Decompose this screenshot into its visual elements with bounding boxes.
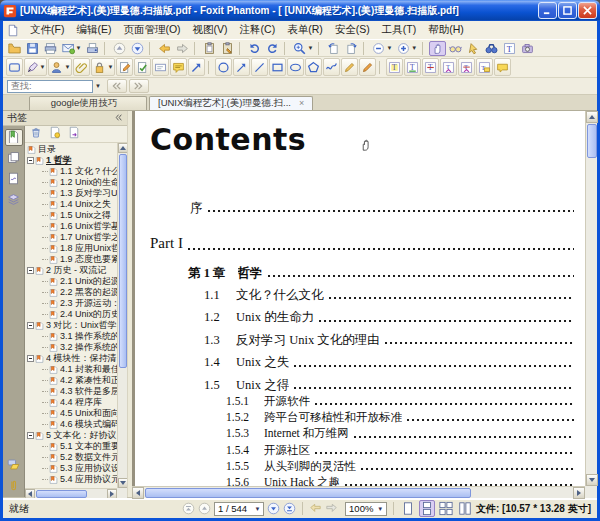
toolbar-button[interactable]: ▼ [84, 41, 101, 56]
toolbar-button[interactable]: ▼ [24, 41, 41, 56]
scrollbar-thumb[interactable] [119, 154, 127, 368]
menu-item[interactable]: 页面管理(O) [117, 22, 186, 36]
page-number-box[interactable]: 1 / 544▼ [214, 502, 264, 516]
toolbar-button[interactable]: ▼ [201, 41, 218, 56]
toolbar-button[interactable]: ▼ [287, 58, 304, 76]
toolbar-button[interactable]: ▼ [305, 58, 322, 76]
toolbar-button[interactable]: ▼ [323, 58, 340, 76]
toolbar-button[interactable]: T▼ [386, 58, 403, 76]
zoom-level-box[interactable]: 100%▼ [345, 502, 387, 516]
toolbar-button[interactable]: ▼ [519, 41, 536, 56]
toolbar-button[interactable]: ▼ [174, 41, 191, 56]
dropdown-arrow-icon[interactable]: ▼ [307, 45, 313, 51]
panel-button[interactable] [5, 150, 23, 167]
document-horizontal-scrollbar[interactable] [132, 486, 585, 498]
dropdown-arrow-icon[interactable]: ▼ [386, 45, 392, 51]
bookmark-item[interactable]: 2.4 Unix的历史 [42, 309, 117, 320]
pdf-page[interactable]: Contents 序Part I第 1 章哲学1.1文化？什么文化1.2Unix… [135, 111, 585, 486]
document-menu-icon[interactable] [7, 24, 20, 37]
toolbar-button[interactable]: ▼ [395, 41, 419, 56]
toolbar-button[interactable]: T▼ [501, 41, 518, 56]
toolbar-button[interactable]: ▼ [73, 58, 90, 76]
toolbar-button[interactable]: ▼ [42, 41, 59, 56]
menu-item[interactable]: 安全(S) [329, 22, 376, 36]
bookmark-item[interactable]: 1.1 文化？什么 [42, 166, 117, 177]
bookmark-item[interactable]: 2.1 Unix的起源 [42, 276, 117, 287]
bookmark-vertical-scrollbar[interactable] [117, 143, 127, 488]
toolbar-button[interactable]: ▼ [447, 41, 464, 56]
toolbar-button[interactable]: ▼ [341, 58, 358, 76]
delete-bookmark-icon[interactable] [30, 125, 42, 143]
menu-item[interactable]: 文件(F) [24, 22, 70, 36]
collapse-icon[interactable] [27, 267, 34, 274]
bookmark-horizontal-scrollbar[interactable] [25, 488, 117, 498]
goto-bookmark-icon[interactable] [68, 125, 80, 143]
bookmark-item[interactable]: 1.2 Unix的生命 [42, 177, 117, 188]
last-page-button[interactable] [283, 502, 296, 515]
toolbar-button[interactable]: ▼ [429, 41, 446, 56]
toolbar-button[interactable]: ▼ [60, 41, 84, 56]
scroll-left-icon[interactable] [25, 489, 35, 499]
scroll-down-icon[interactable] [118, 478, 128, 488]
bookmark-item[interactable]: 4.5 Unix和面向 [42, 408, 117, 419]
toolbar-button[interactable]: ▼ [6, 41, 23, 56]
first-page-button[interactable] [182, 502, 195, 515]
dropdown-arrow-icon[interactable]: ▼ [411, 45, 417, 51]
scroll-up-icon[interactable] [118, 143, 128, 153]
bookmark-item[interactable]: 目录 [27, 144, 117, 155]
bookmark-item[interactable]: 5 文本化：好协议 [27, 430, 117, 441]
toolbar-button[interactable]: ▼ [325, 41, 342, 56]
bookmark-item[interactable]: 1.8 应用Unix哲 [42, 243, 117, 254]
toolbar-button[interactable]: ▼ [152, 58, 169, 76]
panel-button[interactable] [5, 171, 23, 188]
view-back-button[interactable] [309, 502, 322, 515]
bookmark-item[interactable]: 1.4 Unix之失 [42, 199, 117, 210]
bookmark-item[interactable]: 4.1 封装和最佳 [42, 364, 117, 375]
find-previous-button[interactable] [107, 79, 127, 93]
pin-icon[interactable] [114, 113, 123, 124]
dropdown-arrow-icon[interactable]: ▼ [254, 506, 260, 512]
toolbar-button[interactable]: ▼ [264, 41, 281, 56]
minimize-button[interactable] [538, 2, 557, 19]
find-input[interactable] [7, 80, 93, 93]
scrollbar-thumb[interactable] [145, 488, 471, 498]
bookmark-item[interactable]: 1.3 反对学习U [42, 188, 117, 199]
toolbar-button[interactable]: T▼ [422, 58, 439, 76]
bookmark-item[interactable]: 1.9 态度也要紧 [42, 254, 117, 265]
menu-item[interactable]: 编辑(E) [70, 22, 117, 36]
bookmark-item[interactable]: 1.5 Unix之得 [42, 210, 117, 221]
toolbar-button[interactable]: ▼ [291, 41, 315, 56]
toolbar-button[interactable]: T▼ [440, 58, 457, 76]
bookmark-item[interactable]: 1.6 Unix哲学基 [42, 221, 117, 232]
toolbar-button[interactable]: ▼ [219, 41, 236, 56]
bookmark-item[interactable]: 2 历史 - 双流记 [27, 265, 117, 276]
collapse-icon[interactable] [27, 355, 34, 362]
scroll-up-icon[interactable] [586, 111, 598, 123]
document-tab[interactable]: google使用技巧 [29, 96, 147, 110]
scroll-right-icon[interactable] [107, 489, 117, 499]
bookmark-item[interactable]: 3.1 操作系统的 [42, 331, 117, 342]
new-bookmark-icon[interactable] [49, 125, 61, 143]
panel-button[interactable] [5, 129, 23, 146]
toolbar-button[interactable]: ▼ [134, 58, 151, 76]
maximize-button[interactable] [558, 2, 577, 19]
bookmark-item[interactable]: 3 对比：Unix哲学 [27, 320, 117, 331]
toolbar-button[interactable]: ▼ [370, 41, 394, 56]
bookmark-item[interactable]: 4.2 紧凑性和正 [42, 375, 117, 386]
close-button[interactable] [578, 2, 597, 19]
dropdown-arrow-icon[interactable]: ▼ [64, 64, 70, 70]
toolbar-button[interactable]: ▼ [188, 58, 205, 76]
find-next-button[interactable] [129, 79, 149, 93]
menu-item[interactable]: 表单(R) [281, 22, 329, 36]
bookmark-item[interactable]: 4.6 模块式编码 [42, 419, 117, 430]
view-forward-button[interactable] [325, 502, 338, 515]
toolbar-button[interactable]: ▼ [129, 41, 146, 56]
bookmark-item[interactable]: 3.2 操作系统的 [42, 342, 117, 353]
toolbar-button[interactable]: ▼ [215, 58, 232, 76]
previous-page-button[interactable] [198, 502, 211, 515]
dropdown-arrow-icon[interactable]: ▼ [377, 506, 383, 512]
dropdown-arrow-icon[interactable]: ▼ [76, 45, 82, 51]
toolbar-button[interactable]: ▼ [494, 58, 511, 76]
find-dropdown-icon[interactable]: ▼ [95, 83, 101, 89]
toolbar-button[interactable]: ▼ [246, 41, 263, 56]
